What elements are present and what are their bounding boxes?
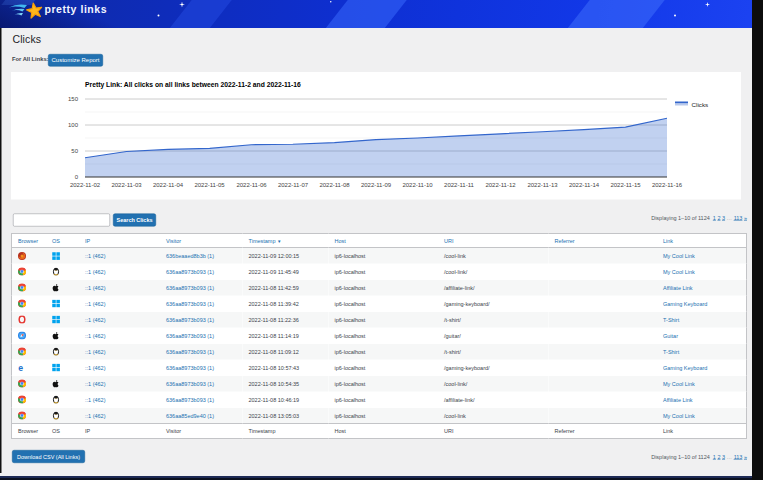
svg-text:100: 100 <box>68 122 79 128</box>
svg-text:2022-11-16: 2022-11-16 <box>652 182 683 188</box>
svg-text:2022-11-05: 2022-11-05 <box>194 182 225 188</box>
svg-text:Clicks: Clicks <box>692 101 709 108</box>
svg-text:2022-11-13: 2022-11-13 <box>527 182 558 188</box>
svg-text:2022-11-03: 2022-11-03 <box>111 182 142 188</box>
svg-text:2022-11-07: 2022-11-07 <box>278 182 309 188</box>
svg-text:2022-11-12: 2022-11-12 <box>485 182 516 188</box>
svg-text:2022-11-02: 2022-11-02 <box>70 182 101 188</box>
svg-text:2022-11-04: 2022-11-04 <box>153 182 184 188</box>
svg-text:2022-11-09: 2022-11-09 <box>361 182 392 188</box>
svg-text:2022-11-15: 2022-11-15 <box>610 182 641 188</box>
svg-text:2022-11-06: 2022-11-06 <box>236 182 267 188</box>
svg-text:50: 50 <box>71 148 78 154</box>
svg-text:2022-11-11: 2022-11-11 <box>444 182 474 188</box>
svg-text:2022-11-08: 2022-11-08 <box>319 182 350 188</box>
svg-text:2022-11-10: 2022-11-10 <box>402 182 433 188</box>
svg-text:150: 150 <box>68 96 79 102</box>
svg-text:Pretty Link: All clicks on all: Pretty Link: All clicks on all links bet… <box>85 81 301 89</box>
svg-text:0: 0 <box>75 174 79 180</box>
svg-text:2022-11-14: 2022-11-14 <box>569 182 600 188</box>
